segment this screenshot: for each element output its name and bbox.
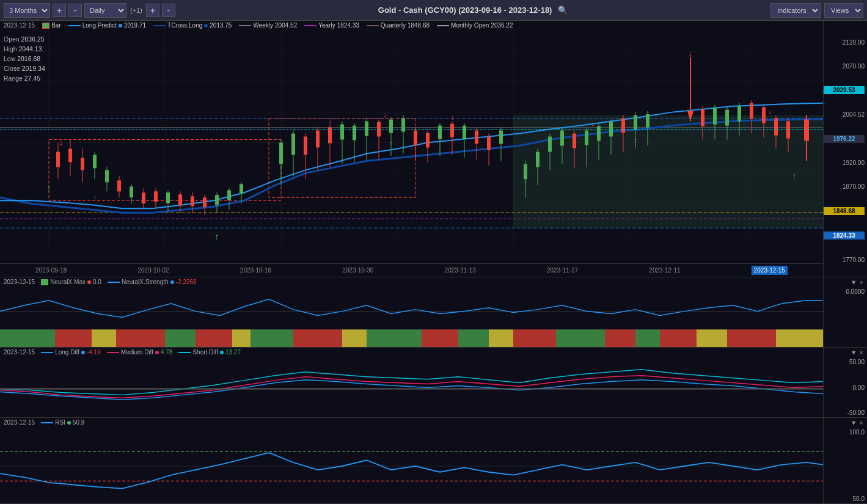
neuralx-strength-label: NeuralX.Strength	[122, 279, 169, 285]
diff-y-0: 0.00	[824, 384, 865, 391]
svg-rect-36	[130, 186, 133, 197]
svg-rect-164	[342, 329, 367, 347]
short-diff-label: Short.Diff	[192, 349, 218, 356]
rsi-label: RSI	[55, 419, 65, 426]
svg-rect-102	[573, 134, 576, 148]
svg-rect-104	[585, 131, 588, 145]
svg-text:↓: ↓	[689, 48, 693, 58]
svg-rect-34	[117, 180, 121, 191]
svg-rect-126	[750, 103, 753, 119]
yearly-line	[304, 25, 316, 26]
offset-plus-btn[interactable]: +	[146, 4, 159, 17]
svg-rect-80	[426, 133, 430, 148]
monthly-open-label: Monthly Open	[451, 22, 489, 29]
yearly-label: Yearly	[318, 22, 335, 29]
svg-rect-156	[55, 329, 92, 347]
svg-text:↓: ↓	[591, 120, 594, 127]
bar-type-select[interactable]: Daily Weekly Monthly	[84, 3, 126, 18]
period-plus-btn[interactable]: +	[53, 4, 66, 17]
svg-rect-76	[401, 119, 405, 132]
medium-diff-dot	[155, 351, 159, 354]
svg-rect-161	[232, 329, 251, 347]
svg-rect-78	[414, 131, 417, 146]
svg-rect-70	[365, 122, 368, 136]
price-chart-date: 2023-12-15	[4, 22, 35, 29]
svg-rect-122	[725, 110, 729, 126]
medium-diff-label: Medium.Diff	[121, 349, 153, 356]
period-minus-btn[interactable]: -	[68, 4, 82, 17]
svg-rect-158	[116, 329, 165, 347]
neuralx-strength-line	[108, 282, 120, 283]
neuralx-svg[interactable]	[0, 288, 823, 347]
svg-rect-84	[450, 124, 454, 137]
rsi-svg[interactable]	[0, 429, 823, 503]
svg-rect-52	[227, 190, 231, 200]
price-1770: 1770.00	[824, 257, 865, 263]
diff-panel: 2023-12-15 Long.Diff -4.19 Medium.Diff 4…	[0, 348, 867, 418]
neuralx-max-dot	[87, 280, 91, 284]
svg-text:↑: ↑	[47, 183, 51, 193]
bar-color	[42, 23, 49, 29]
svg-text:↓: ↓	[328, 117, 332, 125]
charts-container: 2023-12-15 Bar Long.Predict 2019.71 TCro…	[0, 21, 867, 504]
svg-rect-175	[727, 329, 776, 347]
diff-svg[interactable]	[0, 359, 823, 417]
tcross-legend: TCross.Long 2013.75	[153, 22, 232, 29]
svg-rect-90	[487, 137, 491, 150]
svg-rect-74	[389, 120, 393, 133]
tcross-line	[153, 25, 166, 26]
neuralx-max-value: 0.0	[93, 279, 101, 285]
svg-text:↓: ↓	[450, 113, 454, 122]
svg-rect-32	[105, 170, 109, 182]
weekly-label: Weekly	[253, 22, 273, 29]
price-2120: 2120.00	[824, 39, 865, 46]
svg-text:↑: ↑	[792, 171, 797, 181]
price-1870: 1870.00	[824, 183, 865, 190]
svg-rect-128	[762, 108, 766, 123]
rsi-panel: 2023-12-15 RSI 50.9 ▼ × 100.0 5	[0, 418, 867, 504]
date-label-0918: 2023-09-18	[35, 267, 67, 274]
rsi-header: 2023-12-15 RSI 50.9	[0, 418, 867, 427]
rsi-line-legend	[41, 422, 53, 423]
neuralx-date: 2023-12-15	[4, 279, 35, 285]
svg-rect-118	[701, 109, 704, 126]
svg-rect-62	[316, 131, 320, 148]
neuralx-axis: 0.0000	[823, 277, 867, 347]
svg-rect-159	[165, 329, 196, 347]
svg-text:↑: ↑	[279, 163, 283, 172]
toolbar-right: Indicators Views	[770, 3, 863, 18]
diff-date: 2023-12-15	[4, 349, 35, 356]
svg-rect-132	[786, 122, 790, 139]
offset-minus-btn[interactable]: -	[162, 4, 175, 17]
long-diff-line	[41, 352, 53, 353]
price-axis: 2120.00 2070.00 2029.53 2004.52 1976.22 …	[823, 21, 867, 277]
date-axis: 2023-09-18 2023-10-02 2023-10-16 2023-10…	[0, 263, 823, 277]
svg-rect-82	[438, 126, 442, 139]
tcross-label: TCross.Long	[167, 22, 202, 29]
period-select[interactable]: 3 Months 1 Month 6 Months 1 Year	[4, 3, 50, 18]
svg-rect-98	[548, 137, 552, 152]
quarterly-legend: Quarterly 1848.68	[367, 22, 430, 29]
neuralx-max-label: NeuralX.Max	[50, 279, 86, 285]
svg-rect-44	[178, 194, 182, 205]
date-label-1215: 2023-12-15	[752, 266, 788, 275]
rsi-value: 50.9	[73, 419, 84, 426]
price-chart-svg[interactable]: ↑ ↑ ↑ ↑ ↑ ↑ ↑ ↑ ↑ ↑ ↓ ↓ ↓ ↓ ↓ ↓ ↓	[0, 21, 823, 263]
monthly-open-value: 2036.22	[491, 22, 513, 29]
svg-rect-157	[92, 329, 116, 347]
svg-rect-48	[203, 197, 207, 207]
neuralx-panel: 2023-12-15 NeuralX.Max 0.0 NeuralX.Stren…	[0, 277, 867, 348]
svg-rect-134	[804, 120, 809, 141]
svg-rect-168	[489, 329, 513, 347]
date-label-1127: 2023-11-27	[547, 267, 578, 274]
price-2070: 2070.00	[824, 63, 865, 70]
svg-text:↓: ↓	[383, 111, 387, 119]
svg-rect-60	[304, 137, 307, 155]
views-select[interactable]: Views	[824, 3, 863, 18]
search-icon[interactable]: 🔍	[558, 5, 568, 15]
svg-text:↓: ↓	[59, 138, 64, 148]
high-value: 2044.13	[19, 45, 42, 53]
close-value: 2019.34	[22, 65, 45, 72]
indicators-select[interactable]: Indicators	[770, 3, 821, 18]
tcross-dot	[204, 24, 208, 27]
